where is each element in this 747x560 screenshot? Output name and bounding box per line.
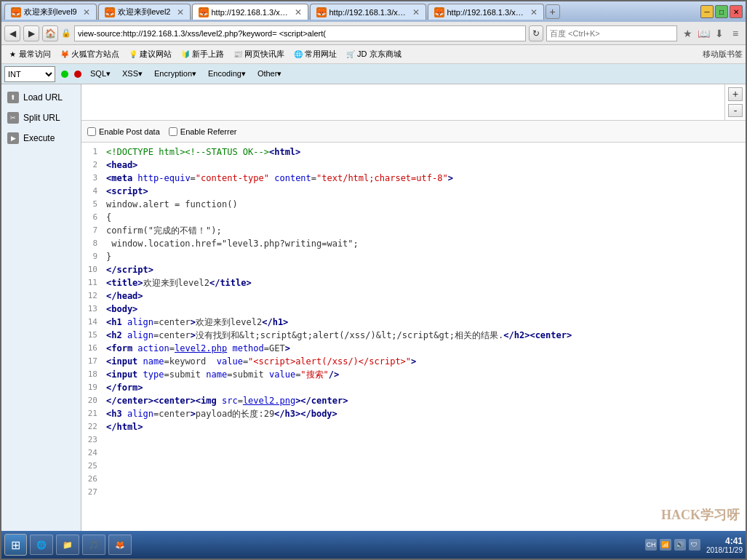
code-line-13: 13<body> (81, 303, 746, 316)
tab-xss3[interactable]: 🦊 http://192.168.1.3/xs... ✕ (428, 4, 544, 20)
start-button[interactable]: ⊞ (4, 534, 27, 556)
code-line-10: 10</script> (81, 263, 746, 276)
sql-menu[interactable]: SQL▾ (87, 68, 113, 80)
line-content: <head> (103, 159, 746, 172)
taskbar-right: CH 📶 🔊 🛡 4:41 2018/11/29 (645, 536, 743, 554)
taskbar: ⊞ 🌐 📁 🎵 🦊 CH 📶 🔊 🛡 4:41 2018/11/29 (1, 531, 746, 559)
tab2-close[interactable]: ✕ (177, 7, 184, 17)
line-content: <title>欢迎来到level2</title> (103, 276, 746, 289)
bookmark-firefox-official[interactable]: 🦊 火狐官方站点 (57, 47, 122, 61)
bookmark-common-urls[interactable]: 🌐 常用网址 (290, 47, 340, 61)
firefox-icon-tab2: 🦊 (105, 7, 115, 17)
options-row: Enable Post data Enable Referrer (81, 121, 746, 143)
system-tray: CH 📶 🔊 🛡 (645, 539, 700, 551)
new-tab-button[interactable]: + (546, 4, 560, 19)
bookmark-newbie-label: 新手上路 (192, 49, 224, 60)
minus-button[interactable]: - (728, 104, 743, 118)
plus-button[interactable]: + (728, 87, 743, 101)
download-icon[interactable]: ⬇ (712, 26, 727, 41)
post-checkbox-input[interactable] (87, 127, 96, 136)
load-url-icon: ⬆ (7, 92, 19, 103)
line-number: 25 (81, 460, 103, 473)
search-input[interactable] (546, 25, 677, 41)
right-panel: + - Enable Post data Enable Referrer 1<!… (81, 84, 746, 531)
line-number: 22 (81, 420, 103, 433)
split-url-item[interactable]: ✂ Split URL (1, 108, 81, 128)
tab3-close[interactable]: ✕ (295, 7, 302, 17)
minimize-button[interactable]: ─ (700, 5, 714, 18)
tab-level9[interactable]: 🦊 欢迎来到level9 ✕ (4, 4, 97, 20)
back-button[interactable]: ◀ (4, 25, 20, 41)
tab-level2[interactable]: 🦊 欢迎来到level2 ✕ (98, 4, 191, 20)
line-number: 2 (81, 159, 103, 172)
firefox-taskbar-icon[interactable]: 🦊 (108, 535, 132, 555)
line-number: 14 (81, 316, 103, 329)
home-button[interactable]: 🏠 (42, 25, 58, 41)
code-line-27: 27 (81, 486, 746, 499)
execute-item[interactable]: ▶ Execute (1, 128, 81, 148)
line-number: 1 (81, 145, 103, 159)
explorer-taskbar-icon[interactable]: 📁 (56, 535, 79, 555)
enable-post-checkbox[interactable]: Enable Post data (87, 127, 160, 136)
close-button[interactable]: ✕ (730, 5, 743, 18)
clock-time: 4:41 (706, 536, 743, 546)
bookmark-suggest[interactable]: 💡 建议网站 (125, 47, 175, 61)
other-menu[interactable]: Other▾ (255, 68, 285, 80)
execute-icon: ▶ (7, 132, 19, 144)
bookmark-common-label: 常用网址 (305, 49, 337, 60)
forward-button[interactable]: ▶ (23, 25, 39, 41)
red-status-dot (74, 71, 81, 78)
code-line-12: 12</head> (81, 289, 746, 303)
code-line-2: 2<head> (81, 159, 746, 172)
line-number: 7 (81, 224, 103, 237)
settings-icon[interactable]: ≡ (728, 26, 743, 41)
tab5-close[interactable]: ✕ (530, 7, 538, 17)
line-content: } (103, 250, 746, 263)
url-textarea[interactable] (81, 84, 724, 120)
tab3-label: http://192.168.1.3/xs... (212, 8, 289, 17)
code-line-5: 5window.alert = function() (81, 198, 746, 211)
bookmark-newbie[interactable]: 🔰 新手上路 (177, 47, 227, 61)
line-number: 3 (81, 172, 103, 185)
star-icon[interactable]: ★ (680, 26, 695, 41)
bookmark-feed[interactable]: 📰 网页快讯库 (230, 47, 287, 61)
feed-icon: 📰 (233, 49, 243, 60)
code-line-6: 6{ (81, 211, 746, 224)
windows-logo: ⊞ (11, 538, 20, 552)
tab1-close[interactable]: ✕ (83, 7, 90, 17)
line-number: 5 (81, 198, 103, 211)
refresh-button[interactable]: ↻ (529, 25, 543, 41)
line-content: </form> (103, 381, 746, 394)
media-taskbar-icon[interactable]: 🎵 (82, 535, 105, 555)
referrer-checkbox-input[interactable] (169, 127, 177, 136)
url-input[interactable] (74, 25, 526, 41)
media-icon: 🎵 (89, 540, 99, 550)
bookmark-jd[interactable]: 🛒 JD 京东商城 (343, 47, 404, 61)
security-icon: 🛡 (689, 539, 700, 551)
code-line-14: 14<h1 align=center>欢迎来到level2</h1> (81, 316, 746, 329)
tab-xss1[interactable]: 🦊 http://192.168.1.3/xs... ✕ (192, 4, 308, 20)
line-number: 27 (81, 486, 103, 499)
load-url-label: Load URL (23, 92, 63, 103)
suggest-icon: 💡 (128, 49, 138, 60)
xss-menu[interactable]: XSS▾ (119, 68, 145, 80)
mobile-bookmarks-button[interactable]: 移动版书签 (703, 49, 743, 60)
bookmark-most-visited[interactable]: ★ 最常访问 (4, 47, 54, 61)
maximize-button[interactable]: □ (715, 5, 728, 18)
enable-post-label: Enable Post data (99, 127, 160, 136)
bookmark-menu-icon[interactable]: 📖 (696, 26, 711, 41)
code-view: 1<!DOCTYPE html><!--STATUS OK--><html>2<… (81, 143, 746, 531)
encoding-menu[interactable]: Encoding▾ (205, 68, 249, 80)
line-number: 8 (81, 237, 103, 250)
int-select[interactable]: INT (4, 66, 55, 82)
line-number: 16 (81, 342, 103, 355)
ie-taskbar-icon[interactable]: 🌐 (30, 535, 53, 555)
enable-referrer-checkbox[interactable]: Enable Referrer (169, 127, 237, 136)
tab4-close[interactable]: ✕ (412, 7, 420, 17)
code-line-22: 22</html> (81, 420, 746, 433)
encryption-menu[interactable]: Encryption▾ (151, 68, 199, 80)
firefox-icon-tab4: 🦊 (316, 7, 327, 17)
load-url-item[interactable]: ⬆ Load URL (1, 87, 81, 108)
code-line-7: 7confirm("完成的不错！"); (81, 224, 746, 237)
tab-xss2[interactable]: 🦊 http://192.168.1.3/xs... ✕ (310, 4, 426, 20)
